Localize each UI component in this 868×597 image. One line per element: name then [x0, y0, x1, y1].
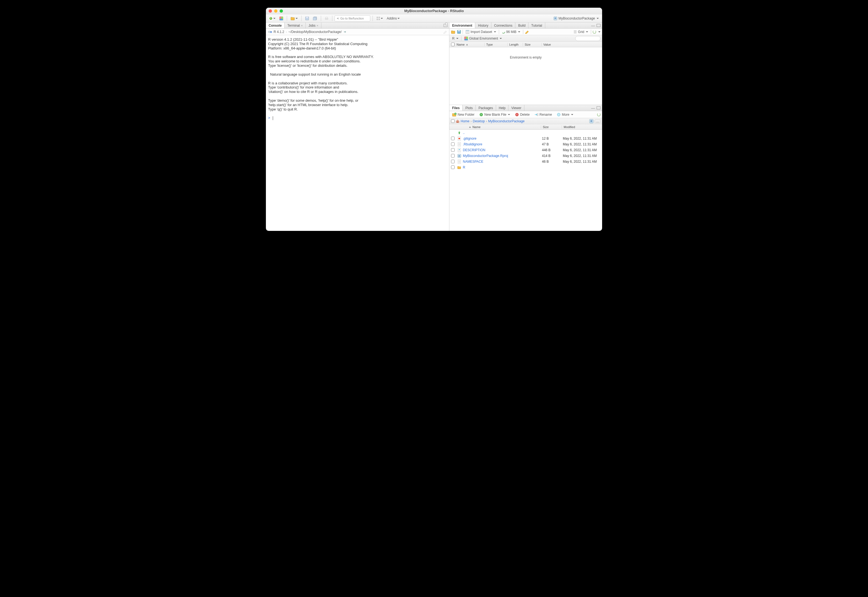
- up-arrow-icon: [457, 131, 461, 135]
- file-modified: May 6, 2022, 11:31 AM: [563, 154, 600, 158]
- file-checkbox[interactable]: [451, 148, 455, 152]
- load-workspace-icon[interactable]: [451, 30, 455, 34]
- file-name[interactable]: .gitignore: [457, 137, 542, 140]
- file-name[interactable]: RMyBioconductorPackage.Rproj: [457, 154, 542, 158]
- refresh-menu[interactable]: [598, 31, 600, 33]
- tab-connections[interactable]: Connections: [492, 22, 515, 28]
- environment-search-input[interactable]: [575, 36, 600, 41]
- select-all-checkbox[interactable]: [451, 43, 455, 46]
- new-blank-file-button[interactable]: + New Blank File: [478, 111, 511, 117]
- tab-terminal[interactable]: Terminal×: [284, 22, 306, 28]
- tab-viewer[interactable]: Viewer: [508, 105, 524, 111]
- tab-help[interactable]: Help: [496, 105, 509, 111]
- rproj-badge-icon[interactable]: R: [589, 119, 594, 123]
- close-icon[interactable]: ×: [317, 24, 318, 27]
- file-name[interactable]: .Rbuildignore: [457, 143, 542, 146]
- environment-columns: Name▲ Type Length Size Value: [449, 42, 602, 47]
- file-row[interactable]: NAMESPACE46 BMay 6, 2022, 11:31 AM: [449, 159, 602, 164]
- tab-jobs[interactable]: Jobs×: [306, 22, 321, 28]
- file-list: .. .gitignore12 BMay 6, 2022, 11:31 AM.R…: [449, 130, 602, 231]
- goto-file-function-input[interactable]: Go to file/function: [335, 15, 370, 21]
- new-project-button[interactable]: [278, 15, 284, 21]
- file-row[interactable]: .gitignore12 BMay 6, 2022, 11:31 AM: [449, 135, 602, 141]
- tab-console[interactable]: Console: [266, 22, 284, 28]
- close-icon[interactable]: ×: [301, 24, 303, 27]
- tab-plots[interactable]: Plots: [462, 105, 476, 111]
- tab-packages[interactable]: Packages: [476, 105, 496, 111]
- tools-grid-button[interactable]: [375, 15, 384, 21]
- save-button[interactable]: [304, 15, 310, 21]
- col-name[interactable]: Name▲: [455, 43, 484, 46]
- file-checkbox[interactable]: [451, 143, 455, 146]
- file-icon: [457, 165, 461, 169]
- more-button[interactable]: More: [556, 111, 574, 117]
- minimize-pane-icon[interactable]: [591, 25, 595, 26]
- files-columns: ▲Name Size Modified: [449, 124, 602, 130]
- refresh-icon[interactable]: [597, 113, 600, 116]
- file-checkbox[interactable]: [451, 137, 455, 140]
- new-folder-button[interactable]: + New Folder: [451, 111, 475, 117]
- col-length[interactable]: Length: [508, 43, 523, 46]
- tab-history[interactable]: History: [475, 22, 491, 28]
- col-value[interactable]: Value: [542, 43, 602, 46]
- delete-button[interactable]: × Delete: [514, 111, 531, 117]
- memory-usage-button[interactable]: 96 MiB: [501, 29, 521, 35]
- file-icon: [457, 137, 461, 140]
- save-workspace-icon[interactable]: [457, 30, 461, 34]
- tab-build[interactable]: Build: [515, 22, 529, 28]
- minimize-window-button[interactable]: [274, 9, 277, 13]
- file-row[interactable]: .Rbuildignore47 BMay 6, 2022, 11:31 AM: [449, 141, 602, 147]
- tab-environment[interactable]: Environment: [449, 22, 475, 28]
- file-row[interactable]: R: [449, 164, 602, 170]
- environment-scope-selector[interactable]: Global Environment: [463, 36, 503, 42]
- close-window-button[interactable]: [269, 9, 272, 13]
- print-button[interactable]: [323, 15, 330, 21]
- rename-button[interactable]: Rename: [533, 111, 553, 117]
- file-checkbox[interactable]: [451, 160, 455, 163]
- addins-menu[interactable]: Addins: [385, 15, 401, 21]
- maximize-pane-icon[interactable]: [597, 106, 600, 109]
- svg-point-20: [502, 31, 505, 33]
- maximize-pane-icon[interactable]: [444, 24, 447, 27]
- new-file-button[interactable]: [268, 15, 277, 21]
- breadcrumb-desktop[interactable]: Desktop: [473, 119, 485, 123]
- col-name[interactable]: ▲Name: [467, 125, 541, 129]
- view-mode-button[interactable]: Grid: [572, 29, 589, 35]
- console-output[interactable]: R version 4.1.2 (2021-11-01) -- "Bird Hi…: [266, 35, 449, 231]
- select-all-files-checkbox[interactable]: [451, 119, 455, 123]
- file-row[interactable]: DESCRIPTION446 BMay 6, 2022, 11:31 AM: [449, 147, 602, 153]
- minimize-pane-icon[interactable]: [591, 107, 595, 108]
- col-size[interactable]: Size: [541, 125, 562, 129]
- breadcrumb-package[interactable]: MyBioconductorPackage: [488, 119, 524, 123]
- clear-console-icon[interactable]: [443, 30, 447, 34]
- col-size[interactable]: Size: [523, 43, 542, 46]
- file-name[interactable]: R: [457, 165, 542, 169]
- col-type[interactable]: Type: [484, 43, 508, 46]
- breadcrumb-more[interactable]: …: [595, 119, 600, 123]
- file-row[interactable]: RMyBioconductorPackage.Rproj414 BMay 6, …: [449, 153, 602, 159]
- tab-tutorial[interactable]: Tutorial: [529, 22, 545, 28]
- svg-point-45: [459, 149, 460, 150]
- file-checkbox[interactable]: [451, 154, 455, 157]
- separator-dot: ·: [286, 30, 287, 34]
- file-name[interactable]: NAMESPACE: [457, 160, 542, 163]
- window-title: MyBioconductorPackage - RStudio: [266, 9, 602, 13]
- clear-workspace-icon[interactable]: [525, 30, 529, 34]
- svg-text:R: R: [590, 120, 592, 123]
- file-name[interactable]: DESCRIPTION: [457, 148, 542, 152]
- project-menu[interactable]: R MyBioconductorPackage: [552, 16, 600, 20]
- col-modified[interactable]: Modified: [562, 125, 602, 129]
- refresh-icon[interactable]: [593, 30, 596, 34]
- save-all-button[interactable]: [311, 15, 318, 21]
- home-icon[interactable]: [456, 119, 459, 123]
- maximize-window-button[interactable]: [280, 9, 283, 13]
- import-dataset-button[interactable]: Import Dataset: [465, 29, 497, 35]
- breadcrumb-home[interactable]: Home: [461, 119, 470, 123]
- file-checkbox[interactable]: [451, 165, 455, 169]
- open-file-button[interactable]: [289, 15, 299, 21]
- language-selector[interactable]: R: [451, 36, 459, 42]
- popout-icon[interactable]: [344, 30, 347, 34]
- parent-directory-row[interactable]: ..: [449, 130, 602, 135]
- tab-files[interactable]: Files: [449, 105, 462, 111]
- maximize-pane-icon[interactable]: [597, 24, 600, 27]
